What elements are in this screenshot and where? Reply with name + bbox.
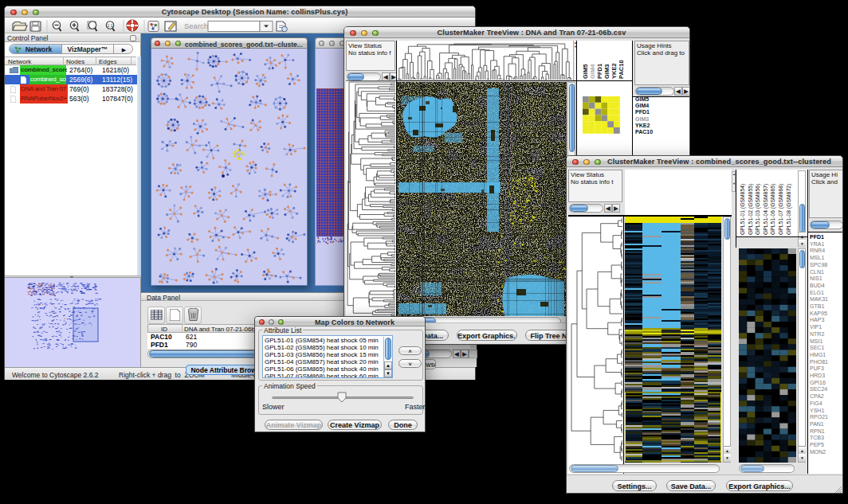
svg-text:1:1: 1:1 — [108, 23, 113, 28]
svg-text:GIM3: GIM3 — [603, 64, 610, 79]
svg-text:Search:: Search: — [184, 21, 210, 30]
svg-text:GPL51-04 (GSM857): GPL51-04 (GSM857) — [763, 184, 769, 235]
svg-text:GPL51-07 (GSM868): GPL51-07 (GSM868) — [778, 184, 784, 235]
svg-text:PAC10: PAC10 — [618, 60, 625, 79]
svg-text:GPL51-08 (GSM872): GPL51-08 (GSM872) — [786, 184, 792, 235]
svg-text:GIM5: GIM5 — [582, 64, 589, 79]
svg-text:GPL51-03 (GSM856): GPL51-03 (GSM856) — [755, 184, 761, 235]
svg-text:GPL51-02 (GSM855): GPL51-02 (GSM855) — [748, 184, 754, 235]
svg-text:GPL51-01 (GSM854): GPL51-01 (GSM854) — [740, 184, 746, 235]
svg-text:PFD1: PFD1 — [596, 64, 603, 79]
svg-text:YKE2: YKE2 — [610, 63, 618, 79]
svg-text:GPL51-06 (GSM865): GPL51-06 (GSM865) — [770, 184, 776, 235]
svg-text:GIM4: GIM4 — [589, 64, 596, 79]
